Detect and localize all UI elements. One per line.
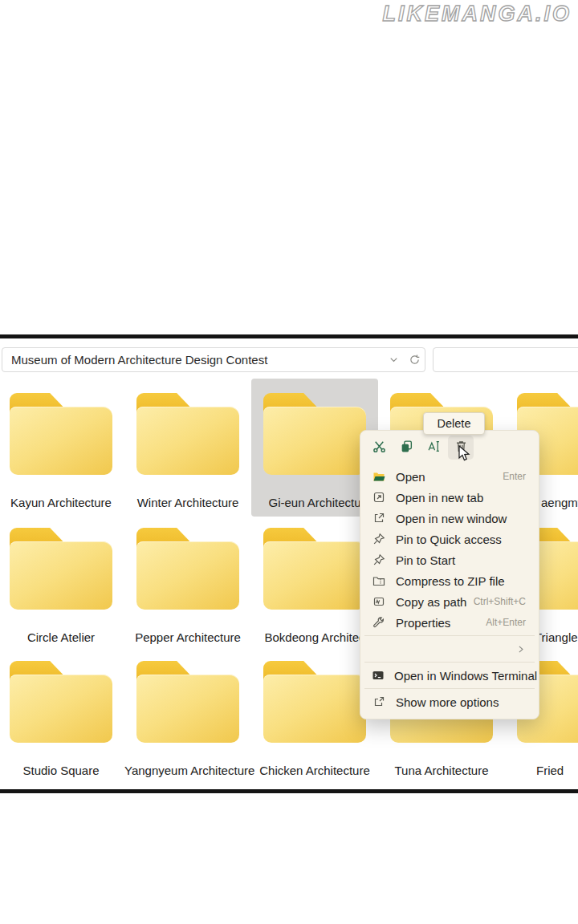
menu-item[interactable]: Show more options (360, 691, 539, 712)
zip-folder-icon (372, 574, 386, 588)
menu-item[interactable]: Open in new window (360, 508, 539, 529)
menu-item[interactable]: Pin to Quick access (360, 529, 539, 549)
folder-cell[interactable]: Pepper Architecture (124, 513, 251, 651)
open-folder-icon (372, 470, 386, 484)
mouse-cursor-icon (458, 445, 470, 462)
properties-icon (372, 616, 386, 630)
show-more-icon (372, 695, 386, 709)
menu-divider (364, 662, 535, 663)
context-menu-toolbar (360, 431, 539, 464)
folder-cell[interactable]: Yangnyeum Architecture (124, 646, 251, 784)
terminal-icon (372, 669, 385, 683)
open-new-window-icon (372, 512, 386, 525)
folder-label: Tuna Architecture (378, 764, 505, 780)
folder-label: Fried (536, 764, 578, 780)
site-watermark: LIKEMANGA.IO (383, 2, 572, 26)
folder-icon (10, 528, 112, 610)
menu-item[interactable]: Open in Windows Terminal (360, 665, 539, 686)
folder-icon (136, 528, 239, 610)
folder-cell[interactable]: Winter Architecture (124, 379, 251, 517)
copy-path-icon (372, 595, 386, 609)
folder-label: aengmy (541, 496, 578, 512)
folder-icon (263, 528, 366, 610)
menu-item[interactable]: Pin to Start (360, 549, 539, 570)
toolbar-button[interactable] (421, 436, 446, 460)
refresh-icon[interactable] (404, 350, 425, 371)
folder-cell[interactable]: Kayun Architecture (0, 379, 124, 517)
folder-label: Yangnyeum Architecture (124, 764, 251, 780)
menu-item[interactable] (360, 638, 539, 659)
cut-icon (372, 440, 386, 456)
rename-icon (427, 440, 441, 456)
menu-item[interactable]: Copy as path Ctrl+Shift+C (360, 591, 539, 612)
folder-label: Winter Architecture (124, 496, 251, 512)
context-menu-items: Open Enter Open in new tab Open in new w… (360, 466, 539, 712)
folder-cell[interactable]: Circle Atelier (0, 513, 124, 651)
copy-icon (400, 440, 413, 456)
folder-label: Pepper Architecture (124, 630, 251, 646)
folder-label: Triangle (535, 630, 578, 646)
file-explorer-panel: Museum of Modern Architecture Design Con… (0, 334, 578, 793)
folder-icon (10, 393, 112, 475)
no-icon (372, 642, 386, 656)
folder-label: Kayun Architecture (0, 496, 124, 512)
context-menu: Open Enter Open in new tab Open in new w… (360, 430, 539, 719)
folder-icon (136, 661, 239, 743)
pin-icon (372, 533, 386, 546)
open-new-tab-icon (372, 491, 386, 505)
menu-item[interactable]: Compress to ZIP file (360, 570, 539, 591)
address-bar[interactable]: Museum of Modern Architecture Design Con… (2, 347, 425, 372)
chevron-down-icon[interactable] (383, 350, 404, 371)
folder-icon (263, 393, 366, 475)
folder-label: Chicken Architecture (251, 764, 378, 780)
toolbar-button[interactable] (366, 436, 392, 460)
folder-icon (136, 393, 239, 475)
folder-label: Studio Square (0, 764, 124, 780)
folder-cell[interactable]: Studio Square (0, 646, 124, 784)
page: LIKEMANGA.IO Museum of Modern Architectu… (0, 0, 578, 924)
search-input[interactable] (433, 347, 578, 372)
menu-item[interactable]: Open in new tab (360, 487, 539, 508)
toolbar-button[interactable] (393, 436, 419, 460)
folder-icon (10, 661, 112, 743)
menu-item[interactable]: Open Enter (360, 466, 539, 487)
address-bar-path[interactable]: Museum of Modern Architecture Design Con… (2, 353, 383, 367)
pin-icon (372, 553, 386, 567)
delete-tooltip: Delete (423, 412, 485, 435)
menu-item[interactable]: Properties Alt+Enter (360, 612, 539, 633)
submenu-chevron-icon (515, 644, 526, 654)
folder-label: Circle Atelier (0, 630, 124, 646)
menu-divider (364, 688, 535, 689)
folder-icon (263, 661, 366, 743)
menu-divider (364, 635, 535, 636)
